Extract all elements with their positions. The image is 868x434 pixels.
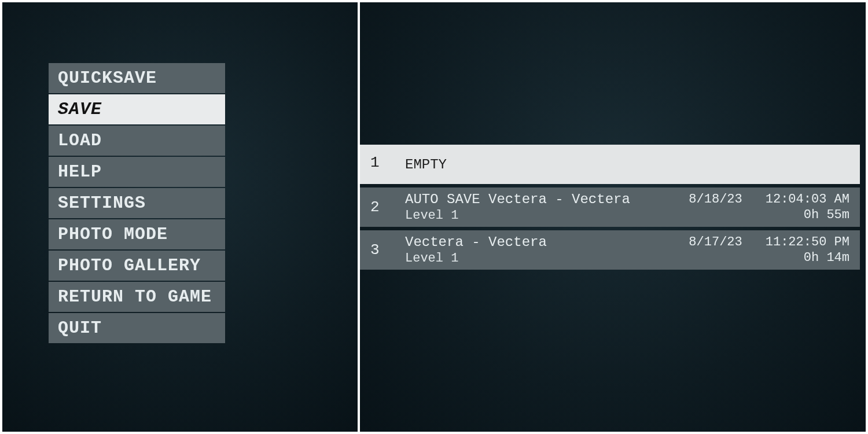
slot-meta: 8/18/23 12:04:03 AM 0h 55m <box>689 192 849 222</box>
slot-subtitle: Level 1 <box>405 251 689 266</box>
pause-menu: QUICKSAVE SAVE LOAD HELP SETTINGS PHOTO … <box>49 63 225 343</box>
menu-item-label: HELP <box>58 162 102 182</box>
menu-item-help[interactable]: HELP <box>49 157 225 187</box>
menu-item-return-to-game[interactable]: RETURN TO GAME <box>49 282 225 312</box>
slot-meta: 8/17/23 11:22:50 PM 0h 14m <box>689 235 849 265</box>
slot-index: 3 <box>370 241 405 259</box>
slot-title: Vectera - Vectera <box>405 234 689 250</box>
menu-item-label: PHOTO MODE <box>58 225 168 244</box>
slot-index: 2 <box>370 198 405 216</box>
slot-index: 1 <box>370 154 405 175</box>
menu-item-quicksave[interactable]: QUICKSAVE <box>49 63 225 93</box>
menu-item-label: SETTINGS <box>58 193 146 213</box>
slot-duration: 0h 55m <box>804 208 849 222</box>
menu-item-quit[interactable]: QUIT <box>49 313 225 343</box>
menu-item-label: PHOTO GALLERY <box>58 256 201 275</box>
menu-item-label: QUIT <box>58 318 102 338</box>
menu-item-label: QUICKSAVE <box>58 68 157 88</box>
menu-item-label: LOAD <box>58 131 102 150</box>
save-slot[interactable]: 2 AUTO SAVE Vectera - Vectera Level 1 8/… <box>360 187 860 227</box>
slot-body: AUTO SAVE Vectera - Vectera Level 1 <box>405 192 689 223</box>
menu-item-label: RETURN TO GAME <box>58 287 212 307</box>
menu-item-save[interactable]: SAVE <box>49 94 225 124</box>
slot-title: EMPTY <box>405 157 693 172</box>
menu-item-photo-gallery[interactable]: PHOTO GALLERY <box>49 251 225 281</box>
slot-duration: 0h 14m <box>804 251 849 265</box>
slot-time: 11:22:50 PM <box>766 235 849 249</box>
save-slot-list: 1 EMPTY 2 AUTO SAVE Vectera - Vectera Le… <box>360 145 860 270</box>
slot-date: 8/17/23 <box>689 235 742 249</box>
save-slot[interactable]: 1 EMPTY <box>360 145 860 184</box>
menu-item-photo-mode[interactable]: PHOTO MODE <box>49 219 225 249</box>
slot-date: 8/18/23 <box>689 192 742 207</box>
save-slot[interactable]: 3 Vectera - Vectera Level 1 8/17/23 11:2… <box>360 230 860 270</box>
menu-item-load[interactable]: LOAD <box>49 126 225 156</box>
slot-subtitle: Level 1 <box>405 208 689 223</box>
slot-title: AUTO SAVE Vectera - Vectera <box>405 192 689 207</box>
save-slots-panel: 1 EMPTY 2 AUTO SAVE Vectera - Vectera Le… <box>359 0 868 434</box>
pause-menu-panel: QUICKSAVE SAVE LOAD HELP SETTINGS PHOTO … <box>0 0 359 434</box>
menu-item-settings[interactable]: SETTINGS <box>49 188 225 218</box>
slot-body: EMPTY <box>405 157 693 172</box>
slot-body: Vectera - Vectera Level 1 <box>405 234 689 266</box>
menu-item-label: SAVE <box>58 100 102 119</box>
slot-time: 12:04:03 AM <box>766 192 849 207</box>
